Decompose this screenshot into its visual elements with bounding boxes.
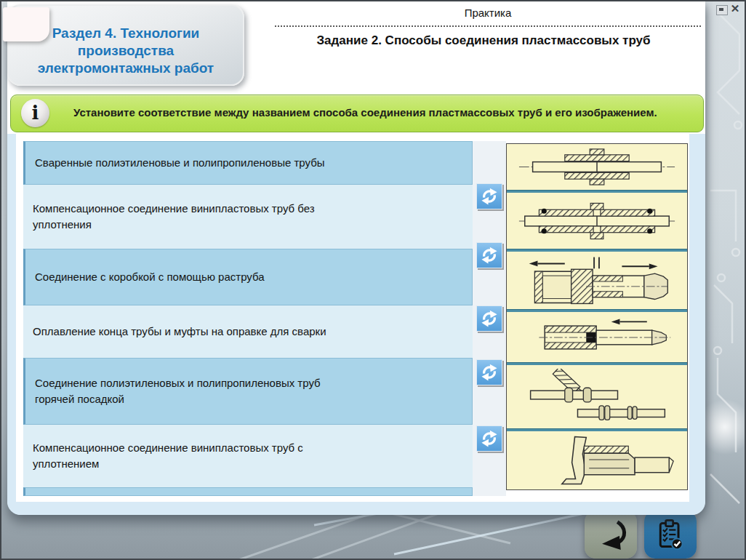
match-option-4[interactable]: Оплавление конца трубы и муфты на оправк… <box>23 305 473 358</box>
minimize-icon[interactable] <box>716 5 728 15</box>
match-option-label: Компенсационное соединение винипластовых… <box>33 440 360 472</box>
match-option-label: Соединение полиэтиленовых и полипропилен… <box>35 375 362 407</box>
swap-arrows-icon <box>480 429 499 448</box>
pipe-box-socket-diagram <box>515 255 679 306</box>
match-image-5[interactable] <box>507 365 687 428</box>
match-option-label: Сваренные полиэтиленовые и полипропилено… <box>35 155 325 171</box>
pipe-wall-socket-seal-diagram <box>515 435 679 486</box>
swap-button-3[interactable] <box>476 305 502 332</box>
close-icon[interactable]: ✕ <box>729 2 741 15</box>
swap-arrows-icon <box>480 309 499 328</box>
match-image-2[interactable] <box>507 193 687 249</box>
pipe-welded-sleeve-diagram <box>515 147 679 187</box>
pipe-compensation-joint-diagram <box>515 196 679 246</box>
back-button[interactable] <box>585 511 637 559</box>
clipboard-check-icon <box>654 518 686 551</box>
match-option-label: Компенсационное соединение винипластовых… <box>33 201 360 233</box>
dotted-separator <box>275 25 701 27</box>
match-image-1[interactable] <box>507 144 687 190</box>
section-title: Раздел 4. Технологии производства электр… <box>17 25 234 77</box>
task-frame-right <box>689 134 705 502</box>
swap-arrows-icon <box>480 187 499 206</box>
application-window: Практика Задание 2. Способы соединения п… <box>0 0 746 560</box>
task-title: Задание 2. Способы соединения пластмассо… <box>263 33 704 48</box>
swap-button-4[interactable] <box>476 359 502 385</box>
match-images-column <box>506 143 688 490</box>
swap-button-1[interactable] <box>476 183 502 209</box>
instruction-text: Установите соответствие между названием … <box>73 106 693 119</box>
match-option-partial <box>23 487 473 496</box>
match-option-3[interactable]: Соединение с коробкой с помощью раструба <box>23 249 473 305</box>
match-image-3[interactable] <box>507 252 687 309</box>
task-frame-bottom <box>7 502 705 515</box>
match-image-6[interactable] <box>507 431 687 489</box>
match-option-6[interactable]: Компенсационное соединение винипластовых… <box>23 425 473 487</box>
info-icon: i <box>21 99 49 127</box>
match-option-2[interactable]: Компенсационное соединение винипластовых… <box>23 185 473 249</box>
pipe-hot-shrink-torch-diagram <box>515 369 679 425</box>
back-arrow-icon <box>594 519 627 551</box>
swap-button-5[interactable] <box>476 425 502 452</box>
match-image-4[interactable] <box>507 312 687 362</box>
swap-arrows-icon <box>480 363 499 382</box>
task-frame-left <box>7 134 16 502</box>
corner-tab <box>3 7 49 41</box>
match-option-label: Соединение с коробкой с помощью раструба <box>35 269 265 285</box>
match-option-label: Оплавление конца трубы и муфты на оправк… <box>33 324 326 340</box>
swap-button-2[interactable] <box>476 242 502 268</box>
swap-arrows-icon <box>480 246 499 265</box>
match-option-5[interactable]: Соединение полиэтиленовых и полипропилен… <box>23 358 473 425</box>
match-option-1[interactable]: Сваренные полиэтиленовые и полипропилено… <box>23 141 473 185</box>
pipe-mandrel-fusing-diagram <box>515 316 679 359</box>
match-options-list: Сваренные полиэтиленовые и полипропилено… <box>23 141 473 487</box>
results-button[interactable] <box>644 511 697 559</box>
practice-label: Практика <box>275 7 701 19</box>
instruction-bar: i Установите соответствие между название… <box>10 95 704 132</box>
